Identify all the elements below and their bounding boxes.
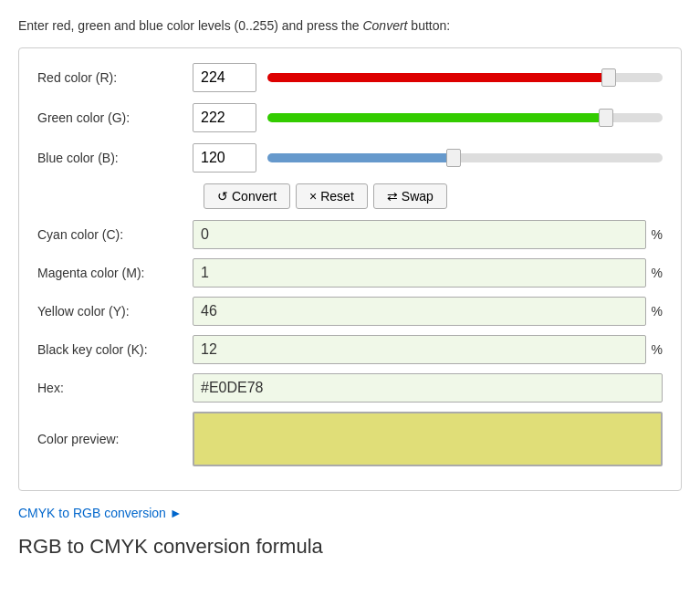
intro-italic: Convert: [362, 18, 407, 33]
cmyk-link-text: CMYK to RGB conversion: [18, 506, 166, 520]
blue-slider-wrapper: [267, 143, 663, 173]
green-row: Green color (G):: [37, 103, 663, 132]
green-slider[interactable]: [267, 113, 663, 122]
green-input[interactable]: [193, 103, 256, 132]
cyan-input[interactable]: [193, 220, 646, 249]
swap-button[interactable]: ⇄ Swap: [373, 183, 447, 209]
swap-icon: ⇄: [387, 189, 398, 204]
swap-label: Swap: [402, 189, 434, 204]
black-label: Black key color (K):: [37, 342, 193, 357]
yellow-percent: %: [652, 304, 663, 319]
blue-input[interactable]: [193, 143, 256, 173]
preview-label: Color preview:: [37, 432, 193, 446]
convert-button[interactable]: ↺ Convert: [204, 183, 290, 209]
magenta-label: Magenta color (M):: [37, 266, 193, 280]
yellow-input[interactable]: [193, 297, 646, 326]
black-input[interactable]: [193, 335, 646, 364]
hex-row: Hex:: [37, 373, 663, 403]
yellow-label: Yellow color (Y):: [37, 304, 193, 319]
blue-row: Blue color (B):: [37, 143, 663, 173]
magenta-row: Magenta color (M): %: [37, 258, 663, 288]
green-slider-wrapper: [267, 103, 663, 132]
reset-icon: ×: [309, 189, 317, 204]
reset-label: Reset: [320, 189, 354, 204]
formula-heading: RGB to CMYK conversion formula: [18, 535, 682, 559]
blue-slider[interactable]: [267, 153, 663, 162]
preview-row: Color preview:: [37, 412, 663, 466]
red-slider[interactable]: [267, 73, 663, 82]
yellow-row: Yellow color (Y): %: [37, 297, 663, 326]
intro-before: Enter red, green and blue color levels (…: [18, 18, 362, 33]
intro-text: Enter red, green and blue color levels (…: [18, 18, 682, 33]
black-row: Black key color (K): %: [37, 335, 663, 364]
blue-label: Blue color (B):: [37, 151, 193, 165]
color-preview: [193, 412, 663, 466]
reset-button[interactable]: × Reset: [296, 183, 368, 209]
cyan-row: Cyan color (C): %: [37, 220, 663, 249]
cmyk-link[interactable]: CMYK to RGB conversion ►: [18, 506, 183, 520]
intro-after: button:: [407, 18, 450, 33]
hex-input[interactable]: [193, 373, 663, 403]
red-slider-wrapper: [267, 63, 663, 92]
cyan-label: Cyan color (C):: [37, 227, 193, 242]
arrow-icon: ►: [170, 506, 183, 520]
convert-label: Convert: [232, 189, 277, 204]
converter-box: Red color (R): Green color (G): Blue col…: [18, 47, 682, 491]
hex-label: Hex:: [37, 381, 193, 395]
buttons-row: ↺ Convert × Reset ⇄ Swap: [204, 183, 663, 209]
black-percent: %: [652, 342, 663, 357]
red-label: Red color (R):: [37, 70, 193, 85]
green-label: Green color (G):: [37, 110, 193, 125]
magenta-input[interactable]: [193, 258, 646, 288]
red-row: Red color (R):: [37, 63, 663, 92]
cyan-percent: %: [652, 227, 663, 242]
red-input[interactable]: [193, 63, 256, 92]
magenta-percent: %: [652, 266, 663, 280]
convert-icon: ↺: [217, 189, 228, 204]
